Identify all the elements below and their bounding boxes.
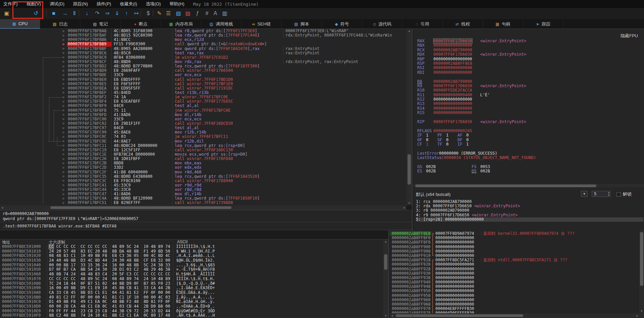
disasm-address[interactable]: 00007FF6F17BFC35 (67, 174, 111, 179)
disasm-row[interactable]: 00007FF6F17BFC2B8BD8mov ebx,eax (0, 161, 407, 165)
disasm-row[interactable]: 00007FF6F17BFC0E44:8AE7mov r12b,dil (0, 139, 407, 144)
register-value[interactable]: 00000002AB8FF8E8 (433, 61, 472, 66)
scroll-up-icon[interactable]: ▲ (383, 240, 388, 243)
hexdump-row[interactable]: 00007FF8DC59109016 00 49 8BD9 C1 E9 1045… (0, 286, 221, 290)
register-value[interactable]: 00007FF6F17D6650 (433, 84, 472, 88)
disassembly-vscrollbar[interactable]: ▲ ▼ (407, 29, 412, 205)
disasm-address[interactable]: 00007FF6F17BFC0E (67, 139, 111, 144)
tab-笔记[interactable]: ▤笔记 (80, 19, 121, 29)
scroll-down-icon[interactable]: ▼ (383, 314, 388, 317)
unlock-checkbox[interactable]: 解锁 (616, 191, 632, 197)
disasm-row[interactable]: 00007FF6F17BFC3CE8 FF8C0100call winrar.7… (0, 179, 407, 183)
register-row-lasterror[interactable]: LastError00000000 (ERROR_SUCCESS) (417, 151, 643, 156)
stack-value[interactable]: 0000000000000000 (435, 262, 481, 267)
flag-value[interactable]: 0 (426, 138, 437, 142)
step-down-icon[interactable]: ⇓ (113, 9, 121, 17)
register-value[interactable]: 0000000000000000 (433, 57, 472, 61)
tab-引用[interactable]: ◌引用 (402, 19, 443, 29)
register-row-rdi[interactable]: RDI0000000000000000 (417, 70, 643, 75)
register-value[interactable]: 0000000000000000 (433, 65, 472, 70)
registers-panel[interactable]: 隐藏FPU RAX00007FF6F17D6650<winrar.EntryPo… (413, 29, 644, 184)
flag-value[interactable]: 1 (446, 133, 458, 138)
disasm-address[interactable]: 00007FF6F17BFC0C (67, 135, 111, 139)
register-value[interactable]: 0000000000000000 (433, 70, 472, 75)
register-value[interactable]: 00000000 (ERROR_SUCCESS) (439, 151, 497, 156)
tab-脚本[interactable]: ▤脚本 (282, 19, 322, 29)
tab-句柄[interactable]: ▩句柄 (483, 19, 523, 29)
scroll-down-icon[interactable]: ▼ (407, 202, 412, 205)
hexdump-row[interactable]: 00007FF8DC59102008 48 83 C110 49 8B F8E8… (0, 254, 221, 258)
register-value[interactable]: 0000000000000000 (433, 106, 472, 111)
disasm-row[interactable]: 00007FF6F17BFBE5E8 F6F5FFFFcall winrar.7… (0, 82, 407, 86)
hash-icon[interactable]: # (203, 9, 211, 17)
disasm-row[interactable]: 00007FF6F17BFC02E8 29D1F1FFcall winrar.7… (0, 121, 407, 126)
disasm-address[interactable]: 00007FF6F17BFC11 (67, 144, 111, 148)
disasm-row[interactable]: ⇣00007FF6F17BFBC90F84 03060000je winrar.… (0, 55, 407, 60)
disasm-row[interactable]: 00007FF6F17BFBCF48:8BD0mov rdx,raxrdx:En… (0, 60, 407, 64)
disasm-row[interactable]: 00007FF6F17BFC0033C9xor ecx,ecx (0, 117, 407, 121)
run-to-user-icon[interactable]: ↦ (132, 9, 141, 17)
disasm-row[interactable]: 00007FF6F17BFBFD41:8AD6mov dl,r14b (0, 113, 407, 117)
disasm-address[interactable]: 00007FF6F17BFBDE (67, 73, 111, 77)
disasm-row[interactable]: 00007FF6F17BFBF984C0test al,al (0, 104, 407, 108)
stack-row[interactable]: 00000002AB8FF900│0000000000000000 (390, 245, 639, 249)
register-row-rbp[interactable]: RBP0000000000000000 (417, 57, 643, 61)
register-value[interactable]: 0000000000000000 (433, 43, 472, 48)
disasm-row[interactable]: 00007FF6F17BFC3548:8D0D E4380800lea rcx,… (0, 174, 407, 179)
hide-fpu-button[interactable]: 隐藏FPU (621, 33, 638, 39)
stack-value[interactable]: 0000000000000000 (435, 289, 481, 293)
tab-CPU[interactable]: ▦CPU (0, 19, 40, 29)
menu-item[interactable]: 调试(D) (50, 1, 64, 7)
hexdump-vscrollbar[interactable]: ▲ ▼ (383, 240, 388, 318)
disasm-row[interactable]: 00007FF6F17BFBDE33C9xor ecx,ecx (0, 73, 407, 77)
tab-内存布局[interactable]: ▦内存布局 (161, 19, 201, 29)
disasm-address[interactable]: 00007FF6F17BFBF9 (67, 104, 111, 108)
run-trace-icon[interactable]: ⇒ (103, 9, 111, 17)
arguments-panel[interactable]: 默认 (x64 fastcall) ▼ 5 ▲▼ 解锁 1: rcx 00000… (413, 189, 644, 230)
register-row-r15[interactable]: R150000000000000000 (417, 111, 643, 115)
register-row-r14[interactable]: R140000000000000000 (417, 106, 643, 111)
disasm-row[interactable]: 00007FF6F17BFC0784C0test al,al (0, 126, 407, 130)
register-row-rsi[interactable]: RSI0000000000000000 (417, 66, 643, 70)
register-value[interactable]: 00000002AB790000 (433, 48, 472, 52)
disasm-row[interactable]: 00007FF6F17BFC4445:33C0xor r8d,r8d (0, 188, 407, 192)
stack-hscrollbar[interactable]: ◄ ► (390, 313, 639, 318)
disasm-row[interactable]: 00007FF6F17BFBD9E8 2669FAFFcall winrar.7… (0, 68, 407, 73)
scroll-left-icon[interactable]: ◄ (1, 206, 4, 209)
hexdump-row[interactable]: 00007FF8DC5910F08B C2 48 8B74 24 10 418B… (0, 313, 221, 318)
register-row-rax[interactable]: RAX00007FF6F17D6650<winrar.EntryPoint> (417, 39, 643, 43)
disasm-address[interactable]: 00007FF6F17BFC2F (67, 170, 111, 174)
disasm-row[interactable]: 00007FF6F17BFBC648:85C0test rax,raxrax:E… (0, 51, 407, 55)
tab-SEH链[interactable]: ∞SEH链 (241, 19, 282, 29)
register-value[interactable]: 00007FF6F17D6650 (433, 119, 472, 124)
hexdump-row[interactable]: 00007FF8DC5910C0D1 49 8B F849 C1 EA 0C48… (0, 300, 221, 304)
disasm-row[interactable]: 00007FF6F17BFBE0E8 EBD5FFFFcall winrar.7… (0, 77, 407, 82)
register-row-rdx[interactable]: RDX00007FF6F17D6650<winrar.EntryPoint> (417, 52, 643, 57)
disasm-address[interactable]: 00007FF6F17BFC3C (67, 179, 111, 183)
stack-value[interactable]: 0000000000000000 (435, 294, 481, 298)
register-row-rsp[interactable]: RSP00000002AB8FF8E8 (417, 61, 643, 66)
register-row-rflags[interactable]: RFLAGS0000000000000245 (417, 129, 643, 133)
register-row-r12[interactable]: R120000000000000000 (417, 97, 643, 102)
seh-chain-icon[interactable]: $ (144, 9, 152, 17)
disasm-row[interactable]: 00007FF6F17BFBD248:8D0D B7F70B00lea rcx,… (0, 64, 407, 68)
tab-源代码[interactable]: ◇源代码 (362, 19, 402, 29)
flag-value[interactable]: 0 (466, 133, 478, 138)
disasm-address[interactable]: 00007FF6F17BFC2D (67, 165, 111, 170)
disasm-row[interactable]: ⇣00007FF6F17BFBFB75 11jne winrar.7FF6F17… (0, 108, 407, 113)
breakpoint-icon[interactable] (62, 43, 64, 45)
segment-value[interactable]: 002B (426, 169, 472, 173)
tab-日志[interactable]: ▤日志 (40, 19, 80, 29)
step-over-icon[interactable]: ↷ (93, 9, 101, 17)
stack-row[interactable]: 00000002AB8FF930│0000000000000000 (390, 271, 639, 276)
disassembly-hscrollbar[interactable]: ◄ ► (0, 205, 407, 210)
disasm-row[interactable]: 00007FF6F17BFBF4E8 63EAFBFFcall winrar.7… (0, 99, 407, 104)
tab-调用堆栈[interactable]: ▥调用堆栈 (201, 19, 241, 29)
register-value[interactable]: 0000000000000000 (433, 101, 472, 106)
disasm-row[interactable]: 00007FF6F17BFC0945:8AE6mov r12b,r14b (0, 130, 407, 135)
stack-row[interactable]: 00000002AB8FF928│0000000000000000 (390, 267, 639, 271)
disasm-row[interactable]: 00007FF6F17BFBAF48:8D15 92C80300lea rdx,… (0, 33, 407, 38)
disasm-row[interactable]: 00007FF6F17BFBEF45:84EDtest r13b,r13b (0, 91, 407, 95)
disasm-row[interactable]: ⇣00007FF6F17BFBF274 1Aje winrar.7FF6F17B… (0, 95, 407, 99)
pause-icon[interactable]: Ⅱ (70, 9, 78, 17)
